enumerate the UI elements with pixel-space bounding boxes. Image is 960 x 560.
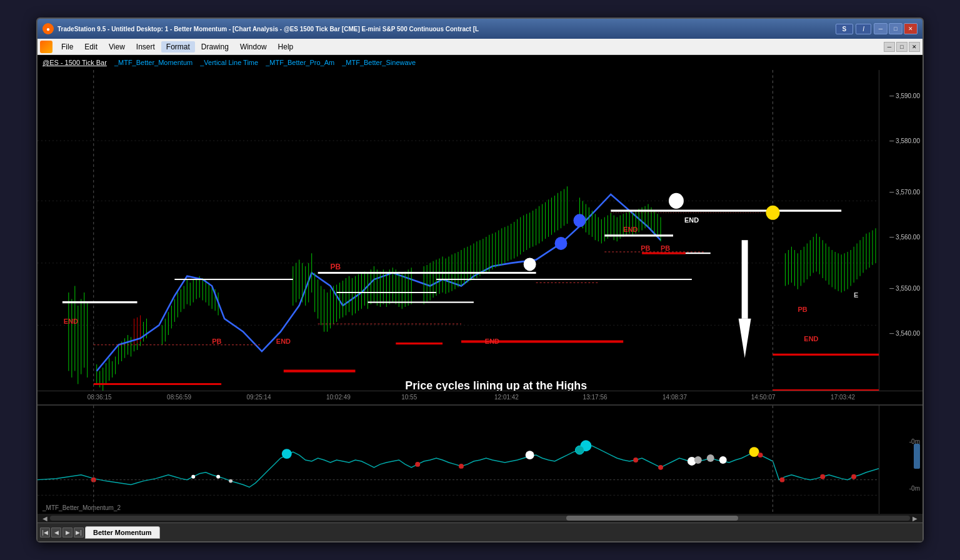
time-9: 14:50:07 [751, 394, 776, 401]
scroll-right-arrow[interactable]: ▶ [910, 515, 920, 522]
oscillator-svg [38, 406, 879, 514]
osc-scrollbar[interactable] [914, 444, 920, 469]
time-3: 09:25:14 [247, 394, 271, 401]
menu-drawing[interactable]: Drawing [196, 41, 234, 52]
tab-bar: |◀ ◀ ▶ ▶| Better Momentum [38, 522, 922, 541]
time-2: 08:56:59 [167, 394, 191, 401]
title-bar-controls: S I ─ □ ✕ [836, 23, 918, 34]
inner-min[interactable]: ─ [884, 42, 895, 52]
title-bar: ● TradeStation 9.5 - Untitled Desktop: 1… [38, 19, 922, 39]
chart-indicator-4[interactable]: _MTF_Better_Sinewave [342, 59, 416, 66]
menu-insert[interactable]: Insert [131, 41, 160, 52]
chart-svg: PB PB END END END END PB PB END PB END P… [38, 70, 879, 391]
time-1: 08:36:15 [88, 394, 112, 401]
svg-text:PB: PB [798, 306, 807, 313]
svg-point-243 [575, 446, 584, 454]
svg-rect-223 [742, 240, 748, 319]
svg-text:PB: PB [641, 244, 650, 252]
svg-text:PB: PB [331, 262, 341, 271]
close-button[interactable]: ✕ [904, 23, 918, 34]
svg-text:END: END [684, 216, 699, 224]
time-6: 12:01:42 [494, 394, 519, 401]
title-bar-left: ● TradeStation 9.5 - Untitled Desktop: 1… [42, 23, 479, 34]
tab-next-button[interactable]: ▶ [62, 528, 72, 538]
svg-point-249 [749, 447, 759, 457]
svg-point-241 [282, 449, 292, 459]
svg-marker-222 [739, 319, 751, 358]
chart-area: PB PB END END END END PB PB END PB END P… [38, 70, 922, 391]
price-label-6: ─ 3,540.00 [889, 329, 920, 336]
tab-first-button[interactable]: |◀ [40, 528, 50, 538]
chart-symbol[interactable]: @ES - 1500 Tick Bar [42, 59, 107, 66]
menu-window[interactable]: Window [235, 41, 272, 52]
inner-max[interactable]: □ [896, 42, 908, 52]
svg-point-221 [766, 206, 780, 220]
title-text: TradeStation 9.5 - Untitled Desktop: 1 -… [58, 26, 479, 32]
svg-text:END: END [485, 337, 499, 344]
svg-point-252 [216, 475, 220, 479]
time-5: 10:55 [401, 394, 417, 401]
inner-close[interactable]: ✕ [909, 42, 920, 52]
svg-point-254 [415, 462, 420, 467]
osc-label-2: -0m [909, 485, 920, 492]
inner-window-controls: ─ □ ✕ [884, 42, 920, 52]
menu-format[interactable]: Format [161, 41, 195, 52]
time-7: 13:17:56 [583, 394, 608, 401]
price-label-3: ─ 3,570.00 [889, 188, 920, 195]
menu-bar: File Edit View Insert Format Drawing Win… [38, 39, 922, 55]
price-label-1: ─ 3,590.00 [889, 92, 920, 99]
app-logo [40, 41, 52, 53]
svg-point-251 [191, 475, 195, 479]
time-4: 10:02:49 [326, 394, 351, 401]
svg-point-220 [669, 193, 684, 209]
main-window: ● TradeStation 9.5 - Untitled Desktop: 1… [36, 18, 924, 542]
svg-point-247 [707, 454, 714, 462]
tab-prev-button[interactable]: ◀ [51, 528, 61, 538]
svg-point-244 [526, 451, 534, 459]
svg-point-246 [694, 456, 702, 464]
menu-view[interactable]: View [104, 41, 130, 52]
svg-text:E: E [854, 291, 859, 299]
svg-point-217 [573, 214, 586, 227]
scrollbar-track[interactable] [50, 516, 910, 521]
chart-indicator-1[interactable]: _MTF_Better_Momentum [114, 59, 192, 66]
svg-text:END: END [804, 335, 818, 342]
chart-indicator-3[interactable]: _MTF_Better_Pro_Am [266, 59, 334, 66]
oscillator-chart: _MTF_Better_Momentum_2 [38, 406, 879, 514]
chart-indicator-2[interactable]: _Vertical Line Time [200, 59, 258, 66]
svg-point-260 [820, 474, 825, 479]
scroll-left-arrow[interactable]: ◀ [40, 515, 50, 522]
osc-axis: -0m -0m [879, 406, 922, 514]
tab-better-momentum[interactable]: Better Momentum [85, 526, 160, 539]
app-icon: ● [42, 23, 54, 34]
menu-edit[interactable]: Edit [79, 41, 102, 52]
svg-rect-0 [38, 70, 879, 391]
chart-main: PB PB END END END END PB PB END PB END P… [38, 70, 879, 391]
osc-bottom-label: _MTF_Better_Momentum_2 [42, 504, 121, 511]
btn-s[interactable]: S [836, 24, 854, 34]
svg-rect-238 [38, 406, 879, 514]
window-controls: ─ □ ✕ [874, 23, 918, 34]
svg-point-258 [758, 452, 763, 458]
tab-last-button[interactable]: ▶| [74, 528, 84, 538]
menu-help[interactable]: Help [273, 41, 299, 52]
price-label-5: ─ 3,550.00 [889, 284, 920, 291]
svg-point-257 [658, 465, 663, 470]
svg-point-261 [851, 474, 856, 479]
price-label-2: ─ 3,580.00 [889, 137, 920, 144]
svg-point-256 [633, 458, 638, 462]
svg-point-219 [524, 258, 536, 271]
btn-i[interactable]: I [856, 24, 871, 34]
maximize-button[interactable]: □ [889, 23, 902, 34]
svg-text:END: END [64, 318, 78, 325]
svg-text:END: END [276, 337, 291, 344]
svg-point-218 [555, 237, 568, 250]
menu-file[interactable]: File [56, 41, 78, 52]
time-8: 14:08:37 [662, 394, 687, 401]
oscillator-area: _MTF_Better_Momentum_2 -0m -0m [38, 404, 922, 514]
time-10: 17:03:42 [831, 394, 855, 401]
scrollbar-thumb[interactable] [566, 516, 738, 521]
price-label-4: ─ 3,560.00 [889, 233, 920, 240]
minimize-button[interactable]: ─ [874, 23, 888, 34]
svg-text:Price cycles lining up at the : Price cycles lining up at the Highs [405, 378, 587, 391]
